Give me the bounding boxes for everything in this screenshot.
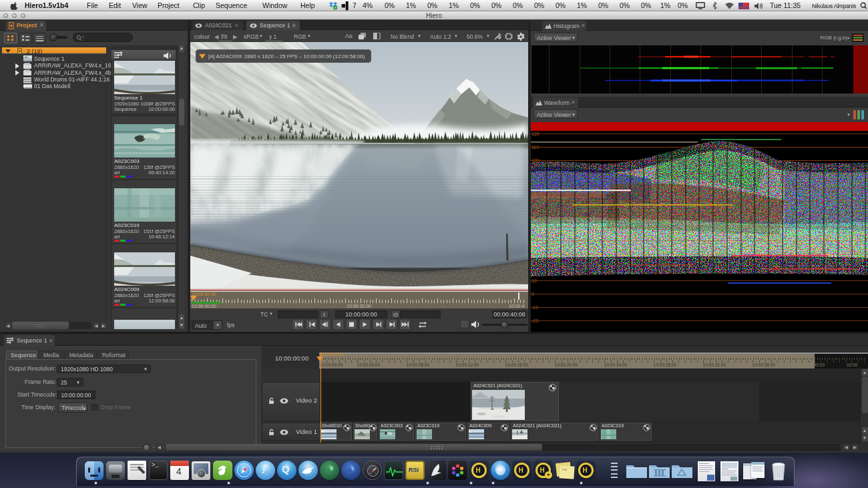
svg-text:L: L <box>353 466 355 470</box>
svg-text:R: R <box>331 466 334 470</box>
